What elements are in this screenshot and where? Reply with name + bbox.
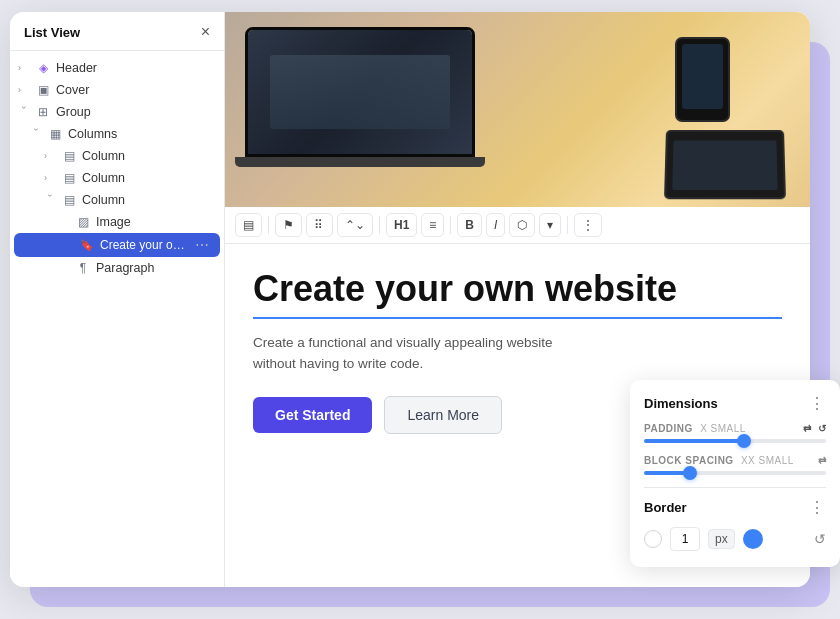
toolbar-dropdown-btn[interactable]: ▾ xyxy=(539,213,561,237)
padding-label: PADDING X SMALL ⇄ ↺ xyxy=(644,423,826,434)
column2-label: Column xyxy=(82,171,214,185)
close-button[interactable]: × xyxy=(201,24,210,40)
item-options[interactable]: ⋯ xyxy=(195,237,210,253)
dimensions-menu[interactable]: ⋮ xyxy=(809,394,826,413)
page-heading: Create your own website xyxy=(253,268,782,319)
hero-image xyxy=(225,12,810,207)
border-title: Border xyxy=(644,500,687,515)
cover-label: Cover xyxy=(56,83,214,97)
border-menu[interactable]: ⋮ xyxy=(809,498,826,517)
chevron-icon: › xyxy=(31,128,41,140)
toolbar-separator2 xyxy=(379,216,380,234)
chevron-icon: › xyxy=(18,63,30,73)
padding-label-text: PADDING X SMALL xyxy=(644,423,746,434)
padding-slider-thumb[interactable] xyxy=(737,434,751,448)
heading-icon: 🔖 xyxy=(79,239,95,252)
tree-item-image[interactable]: › ▨ Image xyxy=(10,211,224,233)
editor-toolbar: ▤ ⚑ ⠿ ⌃⌄ H1 ≡ B I ⬡ ▾ ⋮ xyxy=(225,207,810,244)
padding-reset-icon[interactable]: ↺ xyxy=(818,423,827,434)
paragraph-icon: ¶ xyxy=(75,261,91,275)
dimensions-header: Dimensions ⋮ xyxy=(644,394,826,413)
list-view-panel: List View × › ◈ Header › ▣ Cover xyxy=(10,12,225,587)
image-icon: ▨ xyxy=(75,215,91,229)
tree-item-paragraph[interactable]: › ¶ Paragraph xyxy=(10,257,224,279)
laptop-decoration xyxy=(245,27,485,167)
header-label: Header xyxy=(56,61,214,75)
header-icon: ◈ xyxy=(35,61,51,75)
columns-label: Columns xyxy=(68,127,214,141)
block-spacing-control[interactable]: ⇄ xyxy=(818,455,827,466)
get-started-button[interactable]: Get Started xyxy=(253,397,372,433)
border-style-icon[interactable] xyxy=(644,530,662,548)
tree-item-group[interactable]: › ⊞ Group xyxy=(10,101,224,123)
group-label: Group xyxy=(56,105,214,119)
chevron-icon: › xyxy=(44,151,56,161)
border-width-input[interactable] xyxy=(670,527,700,551)
padding-controls: ⇄ ↺ xyxy=(803,423,826,434)
page-description: Create a functional and visually appeali… xyxy=(253,333,593,374)
toolbar-drag-btn[interactable]: ⠿ xyxy=(306,213,333,237)
border-header: Border ⋮ xyxy=(644,498,826,517)
tree-item-columns[interactable]: › ▦ Columns xyxy=(10,123,224,145)
dimensions-divider xyxy=(644,487,826,488)
padding-row: PADDING X SMALL ⇄ ↺ xyxy=(644,423,826,443)
toolbar-link-btn[interactable]: ⬡ xyxy=(509,213,535,237)
group-icon: ⊞ xyxy=(35,105,51,119)
toolbar-bold-btn[interactable]: B xyxy=(457,213,482,237)
toolbar-h1-btn[interactable]: H1 xyxy=(386,213,417,237)
toolbar-separator xyxy=(268,216,269,234)
chevron-icon: › xyxy=(18,85,30,95)
column3-icon: ▤ xyxy=(61,193,77,207)
padding-slider[interactable] xyxy=(644,439,826,443)
toolbar-layout-btn[interactable]: ▤ xyxy=(235,213,262,237)
column3-label: Column xyxy=(82,193,214,207)
border-color-picker[interactable] xyxy=(743,529,763,549)
toolbar-move-btn[interactable]: ⌃⌄ xyxy=(337,213,373,237)
cover-icon: ▣ xyxy=(35,83,51,97)
column1-label: Column xyxy=(82,149,214,163)
block-spacing-label: BLOCK SPACING XX SMALL ⇄ xyxy=(644,455,826,466)
tree-item-cover[interactable]: › ▣ Cover xyxy=(10,79,224,101)
toolbar-italic-btn[interactable]: I xyxy=(486,213,505,237)
phone-decoration xyxy=(675,37,730,122)
toolbar-separator4 xyxy=(567,216,568,234)
chevron-icon: › xyxy=(45,194,55,206)
heading-label: Create your own websi... xyxy=(100,238,190,252)
border-link-icon[interactable]: ↺ xyxy=(814,531,826,547)
column1-icon: ▤ xyxy=(61,149,77,163)
list-view-title: List View xyxy=(24,25,80,40)
padding-link-icon[interactable]: ⇄ xyxy=(803,423,812,434)
dimensions-panel: Dimensions ⋮ PADDING X SMALL ⇄ ↺ xyxy=(630,380,840,567)
toolbar-flag-btn[interactable]: ⚑ xyxy=(275,213,302,237)
block-spacing-row: BLOCK SPACING XX SMALL ⇄ xyxy=(644,455,826,475)
padding-slider-fill xyxy=(644,439,744,443)
tablet-decoration xyxy=(664,130,786,199)
block-spacing-label-text: BLOCK SPACING XX SMALL xyxy=(644,455,794,466)
column2-icon: ▤ xyxy=(61,171,77,185)
chevron-icon: › xyxy=(19,106,29,118)
list-view-header: List View × xyxy=(10,12,224,51)
dimensions-title: Dimensions xyxy=(644,396,718,411)
chevron-icon: › xyxy=(44,173,56,183)
block-spacing-slider[interactable] xyxy=(644,471,826,475)
paragraph-label: Paragraph xyxy=(96,261,214,275)
learn-more-button[interactable]: Learn More xyxy=(384,396,502,434)
hero-image-inner xyxy=(225,12,810,207)
tree-item-column1[interactable]: › ▤ Column xyxy=(10,145,224,167)
block-spacing-slider-thumb[interactable] xyxy=(683,466,697,480)
border-unit-label[interactable]: px xyxy=(708,529,735,549)
columns-icon: ▦ xyxy=(47,127,63,141)
toolbar-separator3 xyxy=(450,216,451,234)
tree-item-column2[interactable]: › ▤ Column xyxy=(10,167,224,189)
tree-item-header[interactable]: › ◈ Header xyxy=(10,57,224,79)
tree-items: › ◈ Header › ▣ Cover › ⊞ Group xyxy=(10,51,224,587)
toolbar-align-btn[interactable]: ≡ xyxy=(421,213,444,237)
border-row: px ↺ xyxy=(644,527,826,551)
image-label: Image xyxy=(96,215,214,229)
tree-item-heading[interactable]: › 🔖 Create your own websi... ⋯ xyxy=(14,233,220,257)
tree-item-column3[interactable]: › ▤ Column xyxy=(10,189,224,211)
toolbar-more-btn[interactable]: ⋮ xyxy=(574,213,602,237)
